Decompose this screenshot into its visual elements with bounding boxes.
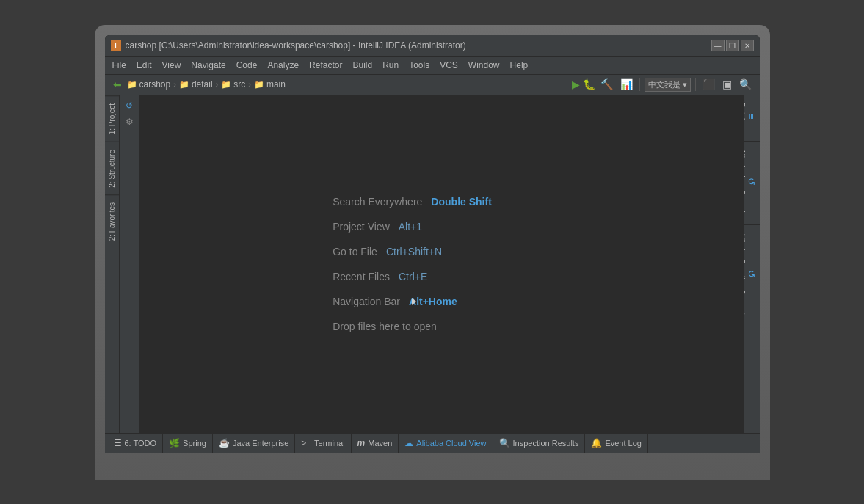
sep3: › [248, 80, 251, 89]
tab-alibaba-cloud-view[interactable]: ☁ Alibaba Cloud View [399, 434, 493, 453]
tab-favorites[interactable]: 2: Favorites [105, 194, 119, 248]
search-everywhere-button[interactable]: 🔍 [737, 77, 754, 92]
breadcrumb-detail-label: detail [192, 79, 213, 90]
tab-project[interactable]: 1: Project [105, 95, 119, 142]
terminal-label: Terminal [314, 439, 345, 448]
goto-file-key: Ctrl+Shift+N [386, 246, 442, 258]
alibaba-cloud-view-icon: ☁ [404, 438, 413, 448]
toolbar-divider2 [695, 78, 696, 91]
tab-todo[interactable]: ☰ 6: TODO [108, 434, 164, 453]
navigate-back-icon[interactable]: ⬅ [111, 77, 124, 92]
maven-icon: m [357, 438, 366, 448]
alibaba-function-icon: ↺ [746, 233, 757, 316]
right-tab-alibaba-log[interactable]: ↺ Alibaba Log Console [744, 142, 760, 224]
shortcut-hints: Search Everywhere Double Shift Project V… [333, 196, 492, 332]
goto-file-row: Go to File Ctrl+Shift+N [333, 246, 492, 258]
menu-analyze[interactable]: Analyze [263, 59, 303, 72]
navigation-bar-row: Navigation Bar Alt+Home [333, 296, 492, 307]
menu-window[interactable]: Window [464, 59, 504, 72]
panels-icon[interactable]: ▣ [720, 77, 734, 92]
app-icon: I [111, 40, 121, 51]
tab-inspection-results[interactable]: 🔍 Inspection Results [493, 434, 586, 453]
right-tab-database[interactable]: ≡ Database [744, 95, 760, 142]
alibaba-cloud-view-label: Alibaba Cloud View [416, 439, 486, 448]
folder-icon: 📁 [127, 80, 137, 90]
menu-vcs[interactable]: VCS [435, 59, 462, 72]
tab-event-log[interactable]: 🔔 Event Log [585, 434, 648, 453]
menu-code[interactable]: Code [232, 59, 262, 72]
breadcrumb-bar: ⬅ 📁 carshop › 📁 detail › 📁 src › 📁 [105, 75, 760, 95]
breadcrumb-src[interactable]: 📁 src [221, 79, 245, 90]
menu-tools[interactable]: Tools [404, 59, 434, 72]
drop-files-label: Drop files here to open [333, 321, 437, 332]
database-icon: ≡ [746, 103, 757, 131]
left-sidebar: ↺ ⚙ [120, 95, 140, 433]
menu-navigate[interactable]: Navigate [186, 59, 230, 72]
editor-content: Search Everywhere Double Shift Project V… [140, 95, 744, 433]
project-view-key: Alt+1 [399, 221, 422, 233]
tab-maven[interactable]: m Maven [352, 434, 399, 453]
inspection-label: Inspection Results [513, 439, 579, 448]
recent-files-key: Ctrl+E [399, 271, 427, 282]
breadcrumb-carshop-label: carshop [139, 79, 171, 90]
sync-icon[interactable]: ↺ [122, 98, 137, 113]
lang-selector[interactable]: 中文我是 ▾ [645, 78, 691, 92]
search-everywhere-label: Search Everywhere [333, 196, 422, 208]
menu-view[interactable]: View [158, 59, 186, 72]
minimize-button[interactable]: — [711, 40, 725, 51]
screen-bezel: I carshop [C:\Users\Administrator\idea-w… [105, 35, 760, 453]
lang-label: 中文我是 [648, 79, 680, 90]
java-enterprise-icon: ☕ [219, 438, 230, 448]
toolbar-divider [639, 78, 640, 91]
java-enterprise-label: Java Enterprise [233, 439, 288, 448]
breadcrumb-main[interactable]: 📁 main [254, 79, 286, 90]
tab-terminal[interactable]: >_ Terminal [295, 434, 351, 453]
navigation-bar-key: Alt+Home [409, 296, 457, 307]
search-everywhere-row: Search Everywhere Double Shift [333, 196, 492, 208]
tab-java-enterprise[interactable]: ☕ Java Enterprise [213, 434, 295, 453]
menu-file[interactable]: File [108, 59, 131, 72]
maven-label: Maven [368, 439, 392, 448]
tab-spring[interactable]: 🌿 Spring [163, 434, 213, 453]
window-title: carshop [C:\Users\Administrator\idea-wor… [126, 40, 466, 51]
right-tab-alibaba-function[interactable]: ↺ Alibaba Function Compute [744, 225, 760, 327]
profile-button[interactable]: 📊 [618, 77, 635, 92]
menu-refactor[interactable]: Refactor [305, 59, 346, 72]
alibaba-log-icon: ↺ [746, 149, 757, 213]
recent-files-label: Recent Files [333, 271, 390, 282]
menu-run[interactable]: Run [378, 59, 403, 72]
spring-icon: 🌿 [169, 438, 180, 448]
run-button[interactable]: ▶ [572, 78, 580, 90]
inspection-icon: 🔍 [499, 438, 510, 448]
folder-icon4: 📁 [254, 80, 264, 90]
menu-edit[interactable]: Edit [132, 59, 156, 72]
breadcrumb-carshop[interactable]: 📁 carshop [127, 79, 171, 90]
title-bar: I carshop [C:\Users\Administrator\idea-w… [105, 35, 760, 57]
build-button[interactable]: 🔨 [598, 77, 615, 92]
search-everywhere-key: Double Shift [431, 196, 491, 208]
menu-help[interactable]: Help [506, 59, 533, 72]
layout-icon[interactable]: ⬛ [700, 77, 717, 92]
tab-structure[interactable]: 2: Structure [105, 142, 119, 195]
recent-files-row: Recent Files Ctrl+E [333, 271, 492, 282]
goto-file-label: Go to File [333, 246, 377, 258]
laptop-frame: I carshop [C:\Users\Administrator\idea-w… [95, 25, 770, 480]
menu-build[interactable]: Build [348, 59, 377, 72]
main-area: 1: Project 2: Structure 2: Favorites ↺ ⚙… [105, 95, 760, 433]
debug-button[interactable]: 🐛 [583, 78, 595, 90]
close-button[interactable]: ✕ [741, 40, 754, 51]
window-controls: — ❐ ✕ [711, 40, 754, 51]
restore-button[interactable]: ❐ [726, 40, 739, 51]
breadcrumb-detail[interactable]: 📁 detail [179, 79, 213, 90]
breadcrumb: ⬅ 📁 carshop › 📁 detail › 📁 src › 📁 [111, 77, 286, 92]
sep1: › [173, 80, 176, 89]
project-view-row: Project View Alt+1 [333, 221, 492, 233]
toolbar-right: ▶ 🐛 🔨 📊 中文我是 ▾ ⬛ ▣ 🔍 [572, 77, 754, 92]
settings-icon[interactable]: ⚙ [122, 114, 137, 129]
terminal-icon: >_ [301, 438, 311, 448]
event-log-icon: 🔔 [591, 438, 602, 448]
spring-label: Spring [183, 439, 206, 448]
title-bar-left: I carshop [C:\Users\Administrator\idea-w… [111, 40, 466, 51]
menu-bar: File Edit View Navigate Code Analyze Ref… [105, 57, 760, 75]
right-sidebar: ≡ Database ↺ Alibaba Log Console ↺ Aliba… [744, 95, 760, 433]
